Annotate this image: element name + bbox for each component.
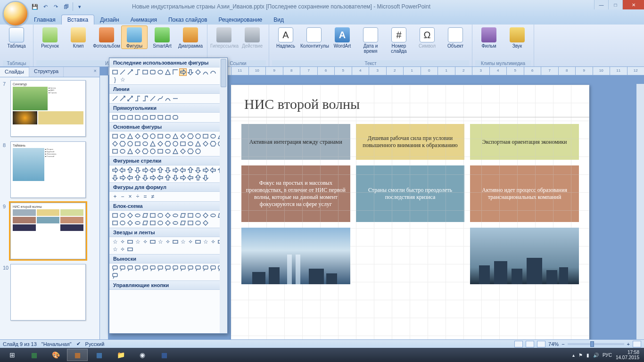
shape-rect-4[interactable] [134,114,141,121]
shape-item[interactable] [172,140,179,148]
thumb-row-10[interactable]: 10 [3,264,97,321]
shape-item[interactable] [164,174,172,181]
shape-item[interactable] [164,148,172,155]
shape-item[interactable] [126,238,134,246]
qat-dropdown-icon[interactable]: ▾ [75,2,84,11]
shape-item[interactable] [134,140,141,148]
shape-item[interactable]: ☆ [157,238,164,246]
shape-item[interactable] [111,174,119,181]
shape-item[interactable]: ✧ [119,246,126,253]
shape-item[interactable] [202,264,209,272]
shape-item[interactable] [134,219,141,227]
picture-button[interactable]: Рисунок [36,25,64,49]
outline-tab[interactable]: Структура [29,67,64,77]
shape-item[interactable] [202,166,209,174]
shape-item[interactable] [187,148,194,155]
tray-volume-icon[interactable]: 🔊 [593,353,599,358]
shape-item[interactable] [164,264,172,272]
shape-item[interactable] [149,140,157,148]
shape-item[interactable]: ✧ [164,238,172,246]
header-footer-button[interactable]: Колонтитулы [300,25,328,49]
shape-item[interactable] [179,219,187,227]
shape-item[interactable] [111,148,119,155]
shape-item[interactable] [111,264,119,272]
shape-item[interactable] [134,148,141,155]
datetime-button[interactable]: Дата и время [357,25,384,54]
undo-icon[interactable]: ↶ [41,2,50,11]
shape-item[interactable] [164,212,172,219]
taskbar-explorer[interactable]: 📁 [110,349,131,361]
shape-item[interactable] [119,219,126,227]
shape-item[interactable] [194,166,202,174]
shape-item[interactable] [126,166,134,174]
shape-item[interactable] [194,132,202,140]
normal-view-button[interactable] [514,341,523,347]
card-crisis[interactable]: Страны смогли быстро преодолеть последст… [356,165,465,222]
shape-item[interactable] [172,238,179,246]
shape-item[interactable] [141,140,149,148]
tray-network-icon[interactable]: ▮ [586,353,589,358]
shape-item[interactable] [179,174,187,181]
shape-item[interactable] [119,140,126,148]
shape-line-1[interactable] [111,95,119,102]
shape-rect-6[interactable] [149,114,157,121]
thumb-8[interactable]: Тайвань ■ Остров■ Крупный■ Экономика■ Гл… [10,141,86,198]
shape-connector[interactable] [134,68,141,76]
shape-rectangle[interactable] [141,68,149,76]
shape-item[interactable] [157,132,164,140]
shape-item[interactable] [111,212,119,219]
taskbar-chrome[interactable]: ◉ [132,349,153,361]
shape-item[interactable] [187,166,194,174]
tab-animations[interactable]: Анимация [125,15,163,25]
shape-equals[interactable]: = [141,193,149,200]
shape-item[interactable]: ☆ [134,238,141,246]
shape-rounded-rect[interactable] [149,68,157,76]
shape-right-arrow[interactable] [179,68,187,76]
thumb-row-9[interactable]: 9 НИС второй волны [3,203,97,259]
shape-line-2[interactable] [119,95,126,102]
fit-to-window-button[interactable] [633,341,641,347]
shape-item[interactable] [187,219,194,227]
shape-item[interactable] [164,132,172,140]
shape-item[interactable] [126,132,134,140]
shape-triangle[interactable] [164,68,172,76]
shape-item[interactable]: ☆ [111,246,119,253]
shapes-button[interactable]: Фигуры [121,25,148,49]
shape-item[interactable] [149,166,157,174]
shape-item[interactable] [194,140,202,148]
tray-up-icon[interactable]: ▴ [572,353,575,358]
shape-item[interactable] [179,166,187,174]
tray-language[interactable]: РУС [603,353,612,358]
spellcheck-icon[interactable]: ✔ [76,341,81,347]
shape-line-3[interactable] [126,95,134,102]
shape-item[interactable] [187,140,194,148]
close-button[interactable]: ✕ [622,0,644,9]
shape-item[interactable] [209,264,217,272]
shape-item[interactable] [157,174,164,181]
tray-action-center-icon[interactable]: ⚑ [578,353,583,358]
shape-ellipse[interactable] [157,68,164,76]
shape-item[interactable] [172,132,179,140]
shape-item[interactable] [126,148,134,155]
shape-item[interactable] [141,264,149,272]
tab-design[interactable]: Дизайн [94,15,124,25]
shape-line-6[interactable] [149,95,157,102]
office-button[interactable] [3,1,28,26]
shape-multiply[interactable]: × [126,193,134,200]
thumb-row-7[interactable]: 7 Сингапур ■ Центр■ ВВП■ Страна [3,80,97,137]
shape-item[interactable] [172,264,179,272]
shape-item[interactable] [172,212,179,219]
movie-button[interactable]: Фильм [475,25,503,49]
object-button[interactable]: Объект [442,25,469,49]
shape-item[interactable] [141,148,149,155]
shape-item[interactable] [157,140,164,148]
shape-item[interactable] [149,264,157,272]
smartart-button[interactable]: SmartArt [149,25,176,49]
sorter-view-button[interactable] [526,341,534,347]
shape-item[interactable] [149,174,157,181]
shape-item[interactable] [157,166,164,174]
card-focus[interactable]: Фокус на простых и массовых производства… [241,165,350,222]
shape-item[interactable] [202,132,209,140]
shape-textbox[interactable] [111,68,119,76]
shape-plus[interactable]: + [111,193,119,200]
